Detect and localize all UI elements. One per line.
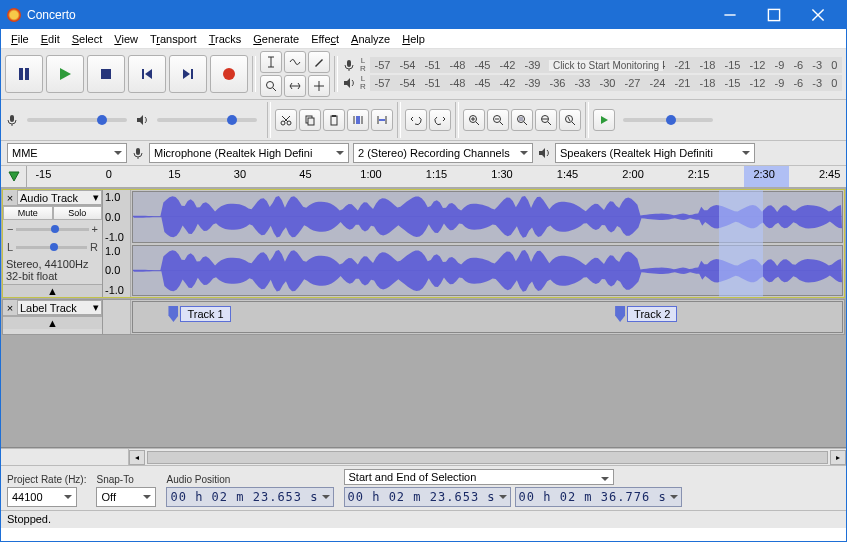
horizontal-scrollbar[interactable]: ◂ ▸ — [1, 448, 846, 465]
audio-host-select[interactable]: MME — [7, 143, 127, 163]
label-text[interactable]: Track 1 — [180, 306, 230, 322]
playback-device-select[interactable]: Speakers (Realtek High Definiti — [555, 143, 755, 163]
multi-tool-button[interactable] — [308, 75, 330, 97]
playback-speed-slider[interactable] — [623, 118, 713, 122]
timeline-ruler[interactable]: -1501530451:001:151:301:452:002:152:302:… — [27, 166, 846, 187]
menu-tracks[interactable]: Tracks — [203, 31, 248, 47]
svg-marker-9 — [145, 69, 152, 79]
label-track-header[interactable]: × Label Track▾ ▲ — [3, 300, 103, 334]
envelope-tool-button[interactable] — [284, 51, 306, 73]
stop-button[interactable] — [87, 55, 125, 93]
menu-file[interactable]: File — [5, 31, 35, 47]
mic-icon — [5, 113, 19, 127]
label-marker[interactable]: Track 2 — [615, 306, 677, 322]
label-area[interactable]: Track 1Track 2 — [132, 301, 843, 333]
zoom-fit-button[interactable] — [535, 109, 557, 131]
svg-rect-7 — [101, 69, 111, 79]
pan-slider[interactable]: LR — [3, 238, 102, 256]
track-close-button[interactable]: × — [3, 192, 17, 204]
track-menu-button[interactable]: Label Track▾ — [17, 300, 102, 315]
svg-rect-24 — [332, 115, 336, 117]
speaker-icon — [537, 146, 551, 160]
selection-tool-button[interactable] — [260, 51, 282, 73]
selection-start-field[interactable]: 00 h 02 m 23.653 s — [344, 487, 511, 507]
menu-effect[interactable]: Effect — [305, 31, 345, 47]
draw-tool-button[interactable] — [308, 51, 330, 73]
svg-rect-15 — [347, 60, 351, 67]
menu-transport[interactable]: Transport — [144, 31, 203, 47]
scroll-right-button[interactable]: ▸ — [830, 450, 846, 465]
recording-channels-select[interactable]: 2 (Stereo) Recording Channels — [353, 143, 533, 163]
play-button[interactable] — [46, 55, 84, 93]
recording-meter[interactable]: -57-54-51-48-45-42-39-36-33-30-27-24-21-… — [370, 57, 842, 73]
scroll-thumb[interactable] — [147, 451, 828, 464]
menu-analyze[interactable]: Analyze — [345, 31, 396, 47]
pause-button[interactable] — [5, 55, 43, 93]
track-collapse-button[interactable]: ▲ — [3, 284, 102, 297]
menu-select[interactable]: Select — [66, 31, 109, 47]
magnifier-icon — [265, 80, 277, 92]
speaker-icon — [135, 113, 149, 127]
zoom-in-button[interactable] — [463, 109, 485, 131]
undo-button[interactable] — [405, 109, 427, 131]
minimize-button[interactable] — [708, 1, 752, 29]
track-collapse-button[interactable]: ▲ — [3, 316, 102, 329]
menu-view[interactable]: View — [108, 31, 144, 47]
selection-mode-select[interactable]: Start and End of Selection — [344, 469, 614, 485]
record-button[interactable] — [210, 55, 248, 93]
timeline[interactable]: -1501530451:001:151:301:452:002:152:302:… — [1, 166, 846, 188]
waveform-left[interactable] — [132, 191, 843, 243]
label-handle-icon — [615, 306, 625, 322]
skip-end-button[interactable] — [169, 55, 207, 93]
redo-button[interactable] — [429, 109, 451, 131]
project-rate-select[interactable]: 44100 — [7, 487, 77, 507]
silence-button[interactable] — [371, 109, 393, 131]
zoom-fit-icon — [540, 114, 552, 126]
label-text[interactable]: Track 2 — [627, 306, 677, 322]
stop-icon — [99, 67, 113, 81]
timeline-pin-button[interactable] — [1, 166, 27, 187]
menu-generate[interactable]: Generate — [247, 31, 305, 47]
zoom-selection-button[interactable] — [511, 109, 533, 131]
track-close-button[interactable]: × — [3, 302, 17, 314]
copy-button[interactable] — [299, 109, 321, 131]
menu-help[interactable]: Help — [396, 31, 431, 47]
snap-select[interactable]: Off — [96, 487, 156, 507]
recording-volume-slider[interactable] — [27, 118, 127, 122]
zoom-out-button[interactable] — [487, 109, 509, 131]
record-icon — [221, 66, 237, 82]
waveform-right[interactable] — [132, 245, 843, 297]
svg-rect-17 — [10, 115, 14, 122]
track-menu-button[interactable]: Audio Track▾ — [17, 190, 102, 205]
paste-button[interactable] — [323, 109, 345, 131]
waveform-area[interactable] — [131, 190, 844, 297]
mic-icon — [342, 58, 356, 72]
solo-button[interactable]: Solo — [53, 206, 103, 220]
zoom-toggle-button[interactable] — [559, 109, 581, 131]
svg-rect-26 — [379, 119, 385, 121]
selection-end-field[interactable]: 00 h 02 m 36.776 s — [515, 487, 682, 507]
label-scale — [103, 300, 131, 334]
vertical-scale[interactable]: 1.00.0-1.0 1.00.0-1.0 — [103, 190, 131, 297]
maximize-icon — [767, 8, 781, 22]
playback-volume-slider[interactable] — [157, 118, 257, 122]
zoom-tool-button[interactable] — [260, 75, 282, 97]
skip-start-button[interactable] — [128, 55, 166, 93]
track-header[interactable]: × Audio Track▾ Mute Solo −+ LR Stereo, 4… — [3, 190, 103, 297]
maximize-button[interactable] — [752, 1, 796, 29]
cut-button[interactable] — [275, 109, 297, 131]
menu-edit[interactable]: Edit — [35, 31, 66, 47]
label-marker[interactable]: Track 1 — [168, 306, 230, 322]
play-at-speed-button[interactable] — [593, 109, 615, 131]
recording-device-select[interactable]: Microphone (Realtek High Defini — [149, 143, 349, 163]
trim-button[interactable] — [347, 109, 369, 131]
playback-meter[interactable]: -57-54-51-48-45-42-39-36-33-30-27-24-21-… — [370, 75, 842, 91]
scroll-left-button[interactable]: ◂ — [129, 450, 145, 465]
timeshift-tool-button[interactable] — [284, 75, 306, 97]
audio-position-field[interactable]: 00 h 02 m 23.653 s — [166, 487, 333, 507]
label-track-row: × Label Track▾ ▲ Track 1Track 2 — [2, 299, 845, 335]
close-button[interactable] — [796, 1, 840, 29]
meter-click-text: Click to Start Monitoring — [549, 60, 663, 71]
mute-button[interactable]: Mute — [3, 206, 53, 220]
gain-slider[interactable]: −+ — [3, 220, 102, 238]
